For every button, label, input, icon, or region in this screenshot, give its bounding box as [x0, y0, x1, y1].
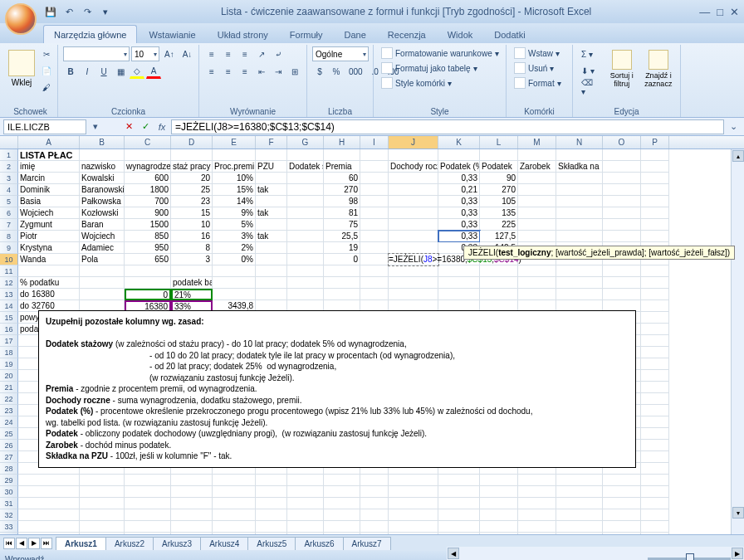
cell-B8[interactable]: Wojciech [80, 231, 125, 242]
row-header-14[interactable]: 14 [0, 300, 18, 312]
cell-C34[interactable] [125, 533, 171, 534]
copy-icon[interactable]: 📄 [38, 63, 55, 78]
cell-I7[interactable] [360, 219, 389, 231]
cell-P30[interactable] [641, 486, 669, 498]
cell-E4[interactable]: 15% [213, 184, 256, 196]
cell-O1[interactable] [603, 149, 641, 161]
cell-P18[interactable] [641, 347, 669, 358]
cell-L11[interactable] [480, 265, 518, 277]
cell-G33[interactable] [287, 521, 324, 533]
tab-insert[interactable]: Wstawianie [139, 26, 205, 43]
cell-P4[interactable] [641, 184, 669, 196]
cell-J13[interactable] [389, 289, 438, 300]
cell-I4[interactable] [360, 184, 389, 196]
cell-P31[interactable] [641, 498, 669, 509]
cell-O6[interactable] [603, 207, 641, 219]
expand-formula-icon[interactable]: ⌄ [726, 119, 741, 134]
cell-O7[interactable] [603, 219, 641, 231]
cell-D7[interactable]: 10 [171, 219, 213, 231]
cell-N3[interactable] [556, 173, 603, 184]
cell-J30[interactable] [389, 486, 438, 498]
cell-P6[interactable] [641, 207, 669, 219]
cell-B34[interactable] [80, 533, 125, 534]
cell-F2[interactable]: PZU [256, 161, 287, 173]
cell-L34[interactable] [480, 533, 518, 534]
row-header-11[interactable]: 11 [0, 265, 18, 277]
cell-P22[interactable] [641, 393, 669, 405]
cell-H29[interactable] [324, 475, 360, 486]
cell-H9[interactable]: 19 [324, 242, 360, 254]
cell-G7[interactable] [287, 219, 324, 231]
align-left-icon[interactable]: ≡ [204, 64, 219, 79]
align-middle-icon[interactable]: ≡ [221, 46, 236, 61]
clear-icon[interactable]: ⌫ ▾ [578, 80, 602, 95]
find-select-button[interactable]: Znajdź i zaznacz [642, 46, 675, 88]
column-header-L[interactable]: L [480, 136, 518, 149]
orientation-icon[interactable]: ↗ [254, 46, 269, 61]
cell-N30[interactable] [556, 486, 603, 498]
cell-G29[interactable] [287, 475, 324, 486]
cell-M30[interactable] [518, 486, 556, 498]
cell-B3[interactable]: Kowalski [80, 173, 125, 184]
cell-E31[interactable] [213, 498, 256, 509]
sheet-tab-arkusz3[interactable]: Arkusz3 [153, 537, 201, 550]
cell-B29[interactable] [80, 475, 125, 486]
cell-H4[interactable]: 270 [324, 184, 360, 196]
cell-A32[interactable] [18, 509, 80, 521]
sheet-tab-arkusz1[interactable]: Arkusz1 [56, 537, 106, 550]
column-header-G[interactable]: G [287, 136, 324, 149]
cell-P29[interactable] [641, 475, 669, 486]
cell-H5[interactable]: 98 [324, 196, 360, 207]
select-all-corner[interactable] [0, 136, 18, 149]
cell-D8[interactable]: 16 [171, 231, 213, 242]
sheet-tab-arkusz2[interactable]: Arkusz2 [105, 537, 154, 550]
cell-K2[interactable]: Podatek (%) [438, 161, 480, 173]
tab-home[interactable]: Narzędzia główne [43, 25, 137, 43]
cell-O11[interactable] [603, 265, 641, 277]
cell-H11[interactable] [324, 265, 360, 277]
row-header-15[interactable]: 15 [0, 312, 18, 324]
cell-D12[interactable]: podatek bazowy [171, 277, 213, 289]
cell-F33[interactable] [256, 521, 287, 533]
cell-J6[interactable] [389, 207, 438, 219]
maximize-button[interactable]: □ [717, 6, 723, 18]
cell-C1[interactable] [125, 149, 171, 161]
cell-I34[interactable] [360, 533, 389, 534]
cell-A9[interactable]: Krystyna [18, 242, 80, 254]
sheet-tab-arkusz4[interactable]: Arkusz4 [200, 537, 248, 550]
align-bottom-icon[interactable]: ≡ [237, 46, 252, 61]
first-sheet-icon[interactable]: ⏮ [3, 538, 15, 549]
cell-F11[interactable] [256, 265, 287, 277]
cell-K34[interactable] [438, 533, 480, 534]
cell-P7[interactable] [641, 219, 669, 231]
cell-P3[interactable] [641, 173, 669, 184]
cell-K30[interactable] [438, 486, 480, 498]
cell-N6[interactable] [556, 207, 603, 219]
cell-D5[interactable]: 23 [171, 196, 213, 207]
cell-D2[interactable]: staż pracy ( [171, 161, 213, 173]
cell-E8[interactable]: 3% [213, 231, 256, 242]
cell-G8[interactable] [287, 231, 324, 242]
cell-D11[interactable] [171, 265, 213, 277]
cell-D3[interactable]: 20 [171, 173, 213, 184]
tab-review[interactable]: Recenzja [378, 26, 436, 43]
cell-M8[interactable] [518, 231, 556, 242]
column-header-E[interactable]: E [213, 136, 256, 149]
cell-F5[interactable] [256, 196, 287, 207]
row-header-4[interactable]: 4 [0, 184, 18, 196]
minimize-button[interactable]: — [699, 6, 710, 18]
cell-E1[interactable] [213, 149, 256, 161]
cell-P15[interactable] [641, 312, 669, 324]
cell-K32[interactable] [438, 509, 480, 521]
cell-B5[interactable]: Pałkowska [80, 196, 125, 207]
font-size-combo[interactable]: 10 [131, 46, 159, 61]
cell-F1[interactable] [256, 149, 287, 161]
cell-P32[interactable] [641, 509, 669, 521]
row-header-5[interactable]: 5 [0, 196, 18, 207]
cell-F10[interactable] [256, 254, 287, 265]
cell-O31[interactable] [603, 498, 641, 509]
cell-G31[interactable] [287, 498, 324, 509]
cell-P26[interactable] [641, 440, 669, 451]
row-header-7[interactable]: 7 [0, 219, 18, 231]
qat-dropdown-icon[interactable]: ▾ [98, 4, 113, 19]
